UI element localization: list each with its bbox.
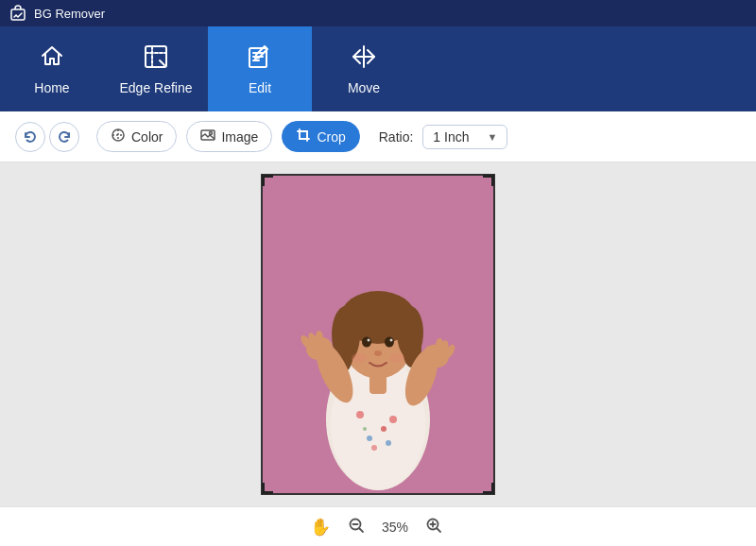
svg-point-24 [385, 337, 394, 348]
edge-refine-icon [142, 43, 170, 75]
undo-button[interactable] [15, 122, 45, 152]
home-label: Home [34, 80, 69, 95]
redo-button[interactable] [49, 122, 79, 152]
color-button[interactable]: Color [96, 121, 177, 152]
edge-refine-label: Edge Refine [119, 80, 192, 95]
toolbar: Color Image Crop Ratio: 1 Inch 1 Inch 2 … [0, 111, 756, 162]
ratio-label: Ratio: [379, 129, 414, 145]
nav-item-edge-refine[interactable]: Edge Refine [104, 26, 208, 111]
svg-point-10 [356, 411, 364, 418]
svg-point-26 [390, 339, 393, 342]
nav-item-home[interactable]: Home [0, 26, 104, 111]
image-icon [200, 128, 215, 145]
svg-point-27 [374, 350, 382, 356]
svg-point-16 [386, 440, 391, 446]
image-label: Image [221, 129, 258, 145]
image-container [261, 174, 495, 495]
edit-label: Edit [249, 80, 271, 95]
color-label: Color [131, 129, 163, 145]
nav-item-move[interactable]: Move [312, 26, 416, 111]
title-bar: BG Remover [0, 0, 756, 26]
crop-icon [296, 128, 311, 145]
nav-item-edit[interactable]: Edit [208, 26, 312, 111]
photo-display [261, 174, 495, 495]
svg-point-13 [389, 416, 397, 423]
svg-point-14 [371, 445, 377, 451]
svg-point-15 [363, 427, 367, 431]
svg-line-45 [438, 529, 441, 533]
status-bar: ✋ 35% [0, 506, 756, 546]
svg-rect-6 [300, 131, 307, 139]
home-icon [38, 43, 66, 75]
svg-point-12 [367, 435, 372, 441]
svg-rect-30 [369, 375, 387, 394]
undo-redo-group [15, 122, 79, 152]
svg-point-29 [389, 353, 404, 363]
zoom-in-button[interactable] [421, 515, 446, 538]
move-icon [350, 43, 378, 75]
svg-rect-0 [11, 9, 25, 20]
nav-bar: Home Edge Refine Edit M [0, 26, 756, 111]
zoom-level: 35% [382, 520, 408, 535]
svg-point-23 [362, 337, 371, 348]
canvas-area [0, 162, 756, 506]
hand-cursor-icon: ✋ [310, 517, 331, 537]
crop-label: Crop [317, 129, 345, 145]
svg-line-42 [359, 529, 363, 533]
move-label: Move [348, 80, 380, 95]
zoom-out-button[interactable] [344, 515, 369, 538]
svg-point-11 [381, 426, 387, 432]
ratio-selector[interactable]: 1 Inch 1 Inch 2 Inch Custom ▼ [422, 125, 507, 149]
svg-point-25 [368, 339, 370, 342]
app-title: BG Remover [34, 7, 105, 21]
svg-point-5 [210, 132, 213, 135]
image-button[interactable]: Image [186, 121, 272, 152]
edit-icon [246, 43, 274, 75]
crop-button[interactable]: Crop [282, 121, 359, 152]
color-icon [111, 128, 126, 145]
svg-point-28 [352, 353, 367, 363]
